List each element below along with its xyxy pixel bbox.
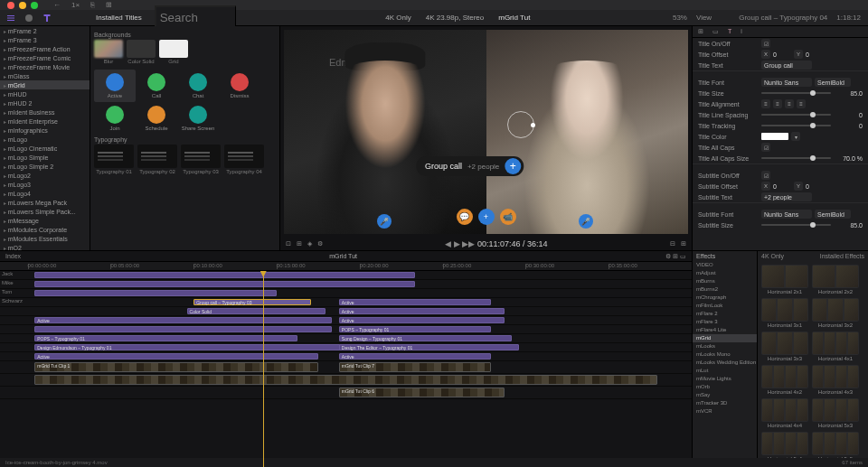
track[interactable]: Tom [0, 289, 692, 298]
timeline-clip[interactable]: Color Solid [187, 308, 326, 314]
sidebar-item[interactable]: mFreezeFrame Action [0, 44, 90, 53]
effects-category-item[interactable]: mLut [693, 367, 757, 375]
sidebar-item[interactable]: mModules Essentials [0, 234, 90, 243]
zoom-level[interactable]: 53% [673, 14, 687, 22]
sidebar-item[interactable]: mLogo Cinematic [0, 144, 90, 153]
sidebar-item[interactable]: mFreezeFrame Comic [0, 53, 90, 62]
effects-category-item[interactable]: mGrid [693, 334, 757, 342]
effects-category-item[interactable]: mFilmLook [693, 302, 757, 310]
sidebar-item[interactable]: mFrame 3 [0, 35, 90, 44]
sidebar-item[interactable]: mMessage [0, 216, 90, 225]
inspector-tab-text[interactable]: T [728, 28, 731, 35]
sidebar-item[interactable]: mLowers Mega Pack [0, 198, 90, 207]
preset-item[interactable]: Chat [177, 70, 219, 102]
preset-item[interactable]: Call [136, 70, 177, 102]
typography-thumb[interactable]: Typography 03 [181, 145, 221, 174]
timeline-clip[interactable]: Active [34, 353, 318, 360]
enhance-tool-icon[interactable]: ⚙ [317, 240, 323, 248]
nav-library-button[interactable]: ⎘ [88, 0, 98, 10]
track[interactable]: POPS – Typography 01Song Design – Typogr… [0, 334, 692, 343]
primary-clip[interactable] [34, 375, 657, 385]
effect-thumb[interactable]: Horizontal 4x4 [761, 398, 808, 428]
timeline-clip[interactable]: Song Design – Typography 01 [339, 335, 512, 341]
effects-category-item[interactable]: mFlare4 Lite [693, 326, 757, 334]
timeline-clip[interactable]: Active [339, 317, 505, 323]
primary-track[interactable]: mGrid Tut Clip 6 [0, 387, 692, 399]
effects-category-item[interactable]: mLooks [693, 342, 757, 350]
timeline-clip[interactable] [34, 326, 332, 332]
primary-clip[interactable]: mGrid Tut Clip 1 [34, 362, 318, 372]
view-fullscreen-icon[interactable]: ⊞ [681, 240, 686, 248]
chat-icon[interactable]: 💬 [457, 209, 473, 225]
effects-category-item[interactable]: mVCR [693, 407, 757, 416]
sidebar-item[interactable]: mFrame 2 [0, 26, 90, 35]
effects-category-item[interactable]: mSay [693, 391, 757, 399]
track[interactable]: Color SolidActive [0, 307, 692, 316]
timeline-clip[interactable] [34, 272, 415, 278]
timeline-tools-icon[interactable]: ⚙ ⊞ ▭ [665, 253, 686, 260]
x-field[interactable]: X [761, 50, 770, 59]
y-field[interactable]: Y [794, 182, 803, 191]
nav-speed-button[interactable]: 1× [69, 0, 82, 10]
timeline-clip[interactable]: Design Edmondson – Typography 01 [34, 344, 345, 350]
toggle[interactable]: ☑ [761, 39, 770, 48]
track[interactable]: Mike [0, 280, 692, 289]
effects-4k-toggle[interactable]: 4K Only [761, 253, 784, 259]
effect-thumb[interactable]: Horizontal 2x2 [812, 265, 859, 294]
effects-category-item[interactable]: mAdjust [693, 269, 757, 277]
transform-tool-icon[interactable]: ⊡ [286, 240, 291, 248]
effects-category-item[interactable]: mBurns2 [693, 285, 757, 294]
plus-icon[interactable]: + [478, 209, 495, 225]
timeline[interactable]: Index mGrid Tut ⚙ ⊞ ▭ 00:00:00:0000:05:0… [0, 251, 692, 467]
inspector-tab-video[interactable]: ⊞ [698, 28, 703, 35]
typography-thumb[interactable]: Typography 01 [94, 145, 134, 174]
effect-thumb[interactable]: Horizontal 2x1 [761, 265, 808, 294]
titles-icon[interactable] [42, 13, 52, 23]
timeline-clip[interactable]: Active [339, 353, 491, 360]
video-icon[interactable]: 📹 [500, 209, 516, 225]
chevron-down-icon[interactable]: ▾ [791, 132, 800, 141]
sidebar-item[interactable]: mLowers Simple Pack... [0, 207, 90, 216]
photos-icon[interactable] [24, 13, 34, 23]
sidebar-item[interactable]: mInfographics [0, 126, 90, 135]
view-menu[interactable]: View [696, 14, 712, 22]
effects-category-item[interactable]: mFlare 3 [693, 318, 757, 326]
y-field[interactable]: Y [794, 50, 803, 59]
inspector-tab-info[interactable]: i [741, 28, 742, 35]
sidebar-item[interactable]: mLogo3 [0, 180, 90, 189]
effect-thumb[interactable]: Horizontal 4x1 [812, 332, 859, 361]
nav-back-button[interactable]: ← [51, 0, 63, 10]
effects-category-item[interactable]: mChrograph [693, 294, 757, 302]
effect-thumb[interactable]: Horizontal 5x3 [812, 398, 859, 428]
inspector-tab-generator[interactable]: ▭ [712, 28, 719, 35]
sidebar-item[interactable]: mO2 [0, 243, 90, 250]
font-select[interactable] [761, 78, 812, 87]
sidebar-item[interactable]: mGrid [0, 80, 90, 89]
nav-layout-button[interactable]: ⊞ [103, 0, 115, 10]
timeline-clip[interactable]: Active [339, 299, 491, 305]
align-justify-icon[interactable]: ≡ [797, 99, 806, 108]
effect-thumb[interactable]: Horizontal 3x3 [761, 332, 808, 361]
effects-category-item[interactable]: mOrb [693, 383, 757, 391]
font-select[interactable] [761, 210, 812, 219]
primary-clip[interactable]: mGrid Tut Clip 6 [339, 388, 505, 397]
toggle[interactable]: ☑ [761, 171, 770, 180]
preset-item[interactable]: Schedule [136, 102, 177, 135]
sidebar-item[interactable]: mLogo4 [0, 189, 90, 198]
effects-category-item[interactable]: mLooks Wedding Edition [693, 359, 757, 367]
library-icon[interactable] [5, 13, 16, 23]
track[interactable]: POPS – Typography 01 [0, 325, 692, 334]
weight-select[interactable] [815, 210, 851, 219]
sidebar-item[interactable]: mLogo Simple 2 [0, 162, 90, 171]
zoom-icon[interactable] [31, 2, 38, 9]
view-layout-icon[interactable]: ⊟ [670, 240, 675, 248]
bg-thumb[interactable]: Blur [94, 40, 123, 64]
align-center-icon[interactable]: ≡ [773, 99, 782, 108]
color-well[interactable] [761, 133, 788, 140]
slider[interactable] [761, 224, 831, 226]
timeline-clip[interactable]: Design The Editor – Typography 01 [339, 344, 519, 350]
primary-track[interactable] [0, 374, 692, 387]
timeline-clip[interactable]: Active [339, 308, 505, 314]
text-field[interactable] [761, 192, 812, 201]
minimize-icon[interactable] [19, 2, 26, 9]
